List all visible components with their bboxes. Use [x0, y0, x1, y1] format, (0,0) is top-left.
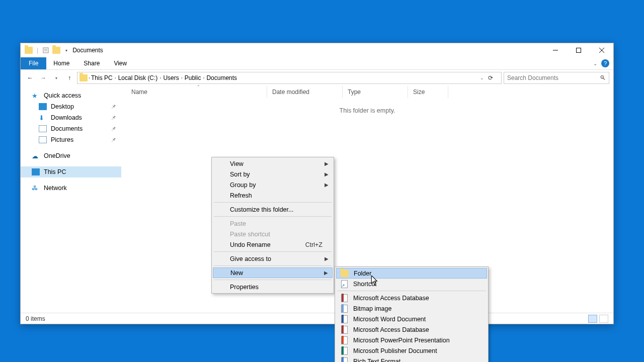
forward-button[interactable]: →	[38, 72, 49, 83]
address-folder-icon	[79, 74, 88, 81]
crumb-users[interactable]: Users	[163, 74, 179, 81]
sidebar: ★ Quick access Desktop 📌︎ ⬇ Downloads 📌︎…	[21, 86, 121, 313]
menu-separator	[214, 202, 332, 203]
qat-props-icon[interactable]	[42, 47, 49, 54]
help-button[interactable]: ?	[601, 59, 609, 67]
crumb-disk[interactable]: Local Disk (C:)	[118, 74, 158, 81]
desktop-icon	[39, 103, 47, 110]
qat-separator: |	[37, 47, 38, 54]
menu-properties[interactable]: Properties	[213, 282, 333, 292]
minimize-button[interactable]	[544, 43, 567, 57]
menu-give-access[interactable]: Give access to▶	[213, 253, 333, 264]
sidebar-network[interactable]: 🖧︎ Network	[21, 183, 121, 194]
search-input[interactable]: Search Documents 🔍︎	[504, 72, 609, 84]
file-type-icon	[340, 347, 348, 355]
pictures-icon	[39, 136, 47, 143]
submenu-arrow-icon: ▶	[325, 182, 329, 188]
address-dropdown-icon[interactable]: ⌄	[480, 75, 484, 80]
col-date[interactable]: Date modified	[267, 86, 343, 98]
menu-separator	[214, 265, 332, 266]
recent-dropdown-icon[interactable]: ▾	[51, 72, 62, 83]
new-folder[interactable]: Folder	[336, 268, 487, 279]
tab-share[interactable]: Share	[76, 57, 107, 69]
file-type-icon	[340, 336, 348, 344]
qat-dropdown-icon[interactable]: ▾	[65, 48, 67, 53]
new-microsoft-access-database[interactable]: Microsoft Access Database	[336, 324, 487, 335]
address-bar[interactable]: › This PC › Local Disk (C:) › Users › Pu…	[77, 72, 502, 84]
menu-separator	[337, 291, 486, 291]
sidebar-thispc[interactable]: This PC	[21, 166, 121, 177]
column-headers: Name ⌃ Date modified Type Size	[121, 86, 613, 98]
tab-view[interactable]: View	[107, 57, 134, 69]
file-type-icon	[340, 357, 348, 363]
statusbar: 0 items	[21, 313, 613, 324]
col-name[interactable]: Name ⌃	[121, 86, 267, 98]
menu-customize[interactable]: Customize this folder...	[213, 204, 333, 215]
sidebar-quick-access[interactable]: ★ Quick access	[21, 90, 121, 101]
menu-sortby[interactable]: Sort by▶	[213, 169, 333, 179]
titlebar: | ▾ Documents	[21, 43, 613, 57]
new-shortcut[interactable]: ↗Shortcut	[336, 279, 487, 289]
sidebar-onedrive[interactable]: ☁ OneDrive	[21, 150, 121, 161]
file-type-icon	[341, 269, 349, 278]
menu-refresh[interactable]: Refresh	[213, 190, 333, 201]
new-rich-text-format[interactable]: Rich Text Format	[336, 356, 487, 362]
view-large-icons-button[interactable]	[599, 315, 608, 323]
sidebar-item-desktop[interactable]: Desktop 📌︎	[21, 101, 121, 112]
menu-separator	[214, 251, 332, 252]
submenu-arrow-icon: ▶	[324, 270, 328, 276]
empty-folder-message: This folder is empty.	[121, 107, 613, 114]
pin-icon: 📌︎	[111, 126, 116, 132]
crumb-documents[interactable]: Documents	[206, 74, 237, 81]
sort-arrow-icon: ⌃	[197, 84, 200, 89]
back-button[interactable]: ←	[25, 72, 36, 83]
menu-separator	[214, 280, 332, 280]
pc-icon	[32, 168, 40, 175]
svg-rect-0	[43, 48, 48, 53]
downloads-icon: ⬇	[39, 114, 47, 121]
tab-home[interactable]: Home	[46, 57, 76, 69]
view-details-button[interactable]	[588, 315, 597, 323]
file-type-icon: ↗	[340, 280, 348, 288]
new-bitmap-image[interactable]: Bitmap image	[336, 303, 487, 314]
ribbon-expand-icon[interactable]: ⌄	[593, 61, 597, 66]
crumb-public[interactable]: Public	[185, 74, 201, 81]
sidebar-item-documents[interactable]: Documents 📌︎	[21, 123, 121, 134]
refresh-button[interactable]: ⟳	[488, 74, 499, 81]
menu-new[interactable]: New▶	[213, 267, 333, 278]
file-tab[interactable]: File	[21, 57, 46, 69]
crumb-thispc[interactable]: This PC	[91, 74, 113, 81]
new-microsoft-publisher-document[interactable]: Microsoft Publisher Document	[336, 345, 487, 356]
file-type-icon	[340, 315, 348, 323]
pin-icon: 📌︎	[111, 104, 116, 110]
file-type-icon	[340, 326, 348, 334]
crumb-sep[interactable]: ›	[89, 75, 90, 80]
sidebar-item-pictures[interactable]: Pictures 📌︎	[21, 134, 121, 145]
search-icon: 🔍︎	[600, 74, 606, 81]
new-microsoft-word-document[interactable]: Microsoft Word Document	[336, 314, 487, 324]
search-placeholder: Search Documents	[507, 74, 558, 81]
col-type[interactable]: Type	[343, 86, 408, 98]
app-icon	[25, 47, 33, 54]
col-size[interactable]: Size	[408, 86, 448, 98]
qat-folder-icon[interactable]	[52, 47, 60, 54]
navbar: ← → ▾ ↑ › This PC › Local Disk (C:) › Us…	[21, 70, 613, 86]
sidebar-item-downloads[interactable]: ⬇ Downloads 📌︎	[21, 112, 121, 123]
menu-view[interactable]: View▶	[213, 158, 333, 169]
svg-rect-4	[577, 48, 581, 53]
menu-undo[interactable]: Undo RenameCtrl+Z	[213, 239, 333, 250]
up-button[interactable]: ↑	[64, 72, 75, 83]
menu-groupby[interactable]: Group by▶	[213, 179, 333, 190]
star-icon: ★	[32, 92, 40, 99]
menu-paste: Paste	[213, 218, 333, 229]
new-submenu: Folder↗ShortcutMicrosoft Access Database…	[335, 266, 489, 362]
file-type-icon	[340, 305, 348, 313]
close-button[interactable]	[590, 43, 613, 57]
new-microsoft-access-database[interactable]: Microsoft Access Database	[336, 293, 487, 303]
file-type-icon	[340, 294, 348, 302]
maximize-button[interactable]	[567, 43, 590, 57]
onedrive-icon: ☁	[32, 152, 40, 159]
new-microsoft-powerpoint-presentation[interactable]: Microsoft PowerPoint Presentation	[336, 335, 487, 345]
submenu-arrow-icon: ▶	[325, 161, 329, 166]
documents-icon	[39, 125, 47, 132]
